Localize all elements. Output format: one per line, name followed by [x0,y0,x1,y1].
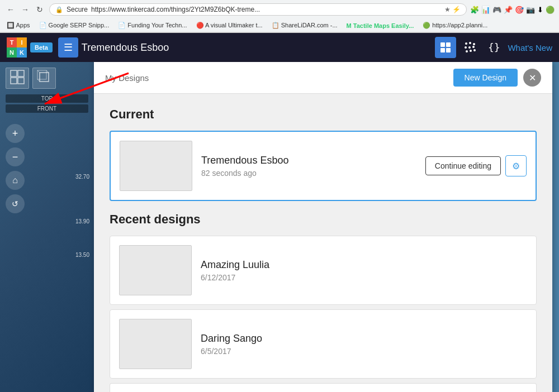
home-view-button[interactable]: ⌂ [6,171,25,190]
front-view-label: FRONT [6,104,88,113]
code-icon: {} [487,41,500,54]
new-design-button[interactable]: New Design [453,69,518,87]
view-2d-grid[interactable] [6,68,29,89]
left-sidebar: TOP FRONT + − ⌂ ↺ 32.70 13.90 13.50 [0,62,94,392]
view-3d-cube[interactable] [32,68,56,89]
recent-design-item-1: Daring Sango 6/5/2017 [110,310,536,378]
browser-toolbar: ← → ↻ 🔒 Secure https://www.tinkercad.com… [0,0,559,19]
secure-label: Secure [67,6,88,13]
scatter-view-button[interactable] [461,38,480,57]
address-actions: ★ ⚡ [444,6,461,13]
bookmark-6[interactable]: 🟢 https://app2.planni... [420,21,490,30]
recent-design-card-0[interactable]: Amazing Luulia 6/12/2017 [110,236,537,305]
settings-icon: ⚙ [512,161,520,171]
recent-date-0: 6/12/2017 [201,273,527,282]
rotate-button[interactable]: ↺ [6,194,25,213]
dropdown-body: Current Tremendous Esboo 82 seconds ago … [94,94,552,392]
svg-rect-15 [18,70,24,77]
svg-point-5 [469,42,471,44]
dropdown-header: My Designs New Design ✕ [94,62,552,94]
bookmark-1[interactable]: 📄 Google SERP Snipp... [37,21,112,30]
scatter-icon [464,41,476,54]
current-section-title: Current [110,107,537,122]
forward-button[interactable]: → [19,3,31,16]
logo-t: T [7,37,17,47]
bookmarks-bar: 🔲 Apps 📄 Google SERP Snipp... 📄 Funding … [0,19,559,32]
bookmark-3[interactable]: 🔴 A visual Ultimaker t... [194,21,265,30]
recent-info-0: Amazing Luulia 6/12/2017 [201,259,527,282]
coord-13-5: 13.50 [75,252,89,258]
bookmark-2[interactable]: 📄 Funding Your Techn... [116,21,189,30]
tinkercad-logo[interactable]: T I N K [7,37,27,58]
svg-rect-16 [11,78,17,84]
main-area: TOP FRONT + − ⌂ ↺ 32.70 13.90 13.50 My D… [0,62,559,392]
zoom-out-button[interactable]: − [6,147,25,166]
browser-chrome: ← → ↻ 🔒 Secure https://www.tinkercad.com… [0,0,559,33]
svg-rect-3 [446,48,451,52]
current-section: Current Tremendous Esboo 82 seconds ago … [110,107,537,201]
refresh-button[interactable]: ↻ [34,3,46,16]
svg-rect-1 [446,42,451,47]
svg-point-10 [466,50,468,52]
recent-design-item-0: Amazing Luulia 6/12/2017 [110,236,536,304]
recent-design-card-1[interactable]: Daring Sango 6/5/2017 [110,309,537,379]
recent-section-title: Recent designs [110,212,537,227]
recent-name-1: Daring Sango [201,333,527,345]
recent-design-card-2[interactable]: Epic Bombul [110,383,537,392]
code-view-button[interactable]: {} [484,38,503,57]
grid-icon [440,42,451,53]
logo-k: K [17,47,27,58]
bookmark-5[interactable]: M Tactile Maps Easily... [344,21,416,30]
extension-icons: 🧩 📊 🎮 📌 🎯 📷 ⬇ 🟢 [470,6,555,14]
nav-buttons: ← → ↻ [4,3,46,16]
grid-view-button[interactable] [435,37,456,58]
svg-rect-2 [440,48,445,52]
svg-rect-18 [40,73,49,82]
menu-button[interactable]: ☰ [58,37,78,58]
continue-editing-button[interactable]: Continue editing [425,156,501,175]
current-design-info: Tremendous Esboo 82 seconds ago [201,155,416,178]
close-button[interactable]: ✕ [523,69,541,87]
whats-new-link[interactable]: What's New [508,43,552,52]
current-design-name: Tremendous Esboo [201,155,416,166]
current-design-date: 82 seconds ago [201,169,416,178]
logo-n: N [7,47,17,58]
svg-point-8 [468,46,471,49]
recent-info-1: Daring Sango 6/5/2017 [201,333,527,356]
bookmark-apps[interactable]: 🔲 Apps [4,21,32,30]
header-title: Tremendous Esboo [82,42,435,54]
svg-point-12 [473,49,476,51]
address-bar[interactable]: 🔒 Secure https://www.tinkercad.com/thing… [49,3,467,16]
dropdown-header-actions: New Design ✕ [453,69,541,87]
current-design-card: Tremendous Esboo 82 seconds ago Continue… [110,131,537,201]
view-2d-icon [10,69,25,85]
svg-rect-14 [11,70,17,77]
back-button[interactable]: ← [4,3,17,16]
svg-rect-0 [440,42,445,47]
recent-section: Recent designs Amazing Luulia 6/12/2017 [110,212,537,392]
svg-point-6 [473,43,475,45]
svg-point-4 [465,42,467,45]
url-text: https://www.tinkercad.com/things/2Yt2M9Z… [91,6,441,13]
svg-point-11 [470,50,472,52]
secure-icon: 🔒 [55,6,63,13]
current-design-actions: Continue editing ⚙ [425,155,527,176]
bookmark-4[interactable]: 📋 ShareLiDAR.com -... [269,21,340,30]
my-designs-breadcrumb[interactable]: My Designs [105,73,149,83]
svg-point-7 [465,46,467,49]
logo-i: I [17,37,27,47]
recent-name-0: Amazing Luulia [201,259,527,271]
header-right: {} What's New [435,37,552,58]
svg-rect-17 [18,78,24,84]
zoom-in-button[interactable]: + [6,124,25,143]
top-view-label: TOP [6,94,88,103]
current-design-thumbnail [120,141,192,191]
svg-line-20 [37,70,40,73]
dropdown-header-left: My Designs [105,73,149,83]
view-3d-icon [36,69,52,85]
svg-point-9 [472,46,475,48]
current-design-item: Tremendous Esboo 82 seconds ago Continue… [111,132,536,200]
current-design-settings-button[interactable]: ⚙ [505,155,527,176]
app-header: T I N K Beta ☰ Tremendous Esboo [0,33,559,62]
recent-thumbnail-1 [119,319,192,369]
